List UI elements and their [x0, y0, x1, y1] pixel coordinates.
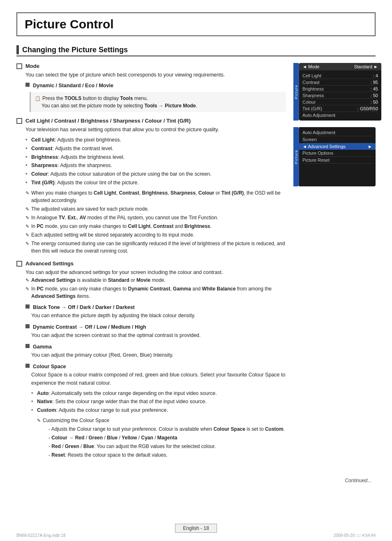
black-tone-desc: You can enhance the picture depth by adj… [31, 311, 286, 320]
cell-light-section: Cell Light / Contrast / Brightness / Sha… [16, 118, 286, 255]
osd2-row-auto: Auto Adjustment [302, 129, 372, 136]
tip-line2: You can also set the picture mode by sel… [42, 102, 282, 109]
gamma-row: Gamma You can adjust the primary colour … [25, 343, 286, 359]
osd1-label-sharpness: Sharpness [302, 93, 324, 98]
section-header: Changing the Picture Settings [16, 45, 376, 56]
customizing-note-text: Customizing the Colour Space [43, 417, 109, 424]
advanced-desc: You can adjust the advanced settings for… [25, 268, 286, 276]
osd1-label-colour: Colour [302, 100, 316, 104]
bullet-colour: Colour: Adjusts the colour saturation of… [25, 170, 286, 178]
note-text1: When you make changes to Cell Light, Con… [31, 189, 286, 204]
black-tone-icon [25, 304, 30, 309]
advanced-checkbox-icon [16, 261, 22, 267]
note-icon1: ✎ [25, 190, 29, 197]
black-tone-title-row: Black Tone → Off / Dark / Darker / Darke… [25, 303, 286, 311]
page: Picture Control Changing the Picture Set… [0, 0, 392, 541]
bullet-tint: Tint (G/R): Adjusts the colour tint of t… [25, 179, 286, 187]
colour-space-title-row: Colour Space [25, 362, 286, 371]
colour-space-row: Colour Space Colour Space is a colour ma… [25, 362, 286, 460]
black-tone-title: Black Tone → Off / Dark / Darker / Darke… [33, 303, 135, 311]
osd1-row-tint: Tint (G/R) : G50/R50 [302, 105, 378, 112]
colour-space-title: Colour Space [33, 362, 66, 371]
osd2-highlight-advanced: ◄ Advanced Settings ► [299, 143, 376, 150]
note2: ✎ The adjusted values are saved for each… [25, 205, 286, 213]
osd1-label-tint: Tint (G/R) [302, 106, 322, 111]
dynamic-contrast-row: Dynamic Contrast → Off / Low / Medium / … [25, 323, 286, 339]
gamma-icon [25, 344, 30, 348]
custom-items: - Adjusts the Colour range to suit your … [48, 425, 286, 460]
osd-panel1-wrapper: Picture ◄ Mode Standard ► Cell Light : 4… [293, 63, 376, 121]
cell-light-checkbox-icon [16, 118, 22, 124]
osd2-highlight-label: ◄ Advanced Settings [302, 144, 346, 149]
osd1-value-colour: : 50 [371, 100, 378, 104]
mode-subsub: Dynamic / Standard / Eco / Movie 📋Press … [25, 81, 286, 112]
mode-body: You can select the type of picture which… [25, 71, 286, 112]
osd1-header-right: Standard ► [354, 64, 378, 69]
osd1-row-contrast: Contrast : 95 [302, 79, 378, 86]
osd1-header: ◄ Mode Standard ► [299, 63, 381, 70]
osd1-label-contrast: Contrast [302, 80, 320, 85]
custom-item4: - Reset: Resets the colour space to the … [48, 451, 286, 459]
cell-light-bullet-list: Cell Light: Adjusts the pixel brightness… [25, 136, 286, 187]
osd1-side-label: Picture [293, 63, 299, 121]
osd1-value-sharpness: : 50 [371, 93, 378, 98]
mode-checkbox-icon [16, 63, 22, 69]
gamma-title: Gamma [33, 343, 52, 351]
osd-panel2: Auto Adjustment Screen ◄ Advanced Settin… [299, 127, 376, 186]
colour-space-bullets: Auto: Automatically sets the colour rang… [31, 390, 286, 414]
continued-text: Continued... [16, 478, 376, 483]
cell-light-body: Your television has several setting opti… [25, 125, 286, 255]
tip-line1: 📋Press the TOOLS button to display Tools… [35, 95, 282, 102]
note-text6: The energy consumed during use can be si… [31, 240, 286, 255]
bullet-cell-light: Cell Light: Adjusts the pixel brightness… [25, 136, 286, 144]
adv-note1: ✎ Advanced Settings is available in Stan… [25, 276, 286, 284]
footer-bar: English - 18 [0, 524, 392, 533]
osd1-row-brightness: Brightness : 45 [302, 86, 378, 92]
osd-panel1: ◄ Mode Standard ► Cell Light : 4 Contras… [299, 63, 381, 121]
custom-item2: - Colour → Red / Green / Blue / Yellow /… [48, 434, 286, 442]
osd2-row-screen: Screen [302, 136, 372, 143]
note-icon3: ✎ [25, 214, 29, 221]
note-icon5: ✎ [25, 232, 29, 239]
dynamic-contrast-title-row: Dynamic Contrast → Off / Low / Medium / … [25, 323, 286, 331]
osd2-bottom-icons [302, 180, 372, 184]
tools-tip-box: 📋Press the TOOLS button to display Tools… [30, 92, 286, 112]
mode-title-row: Mode [16, 63, 286, 69]
side-panels-column: Picture ◄ Mode Standard ► Cell Light : 4… [293, 63, 376, 465]
black-tone-row: Black Tone → Off / Dark / Darker / Darke… [25, 303, 286, 320]
note-icon4: ✎ [25, 223, 29, 230]
colour-space-desc: Colour Space is a colour matrix composed… [31, 371, 286, 387]
content-area: Mode You can select the type of picture … [16, 63, 376, 465]
note4: ✎ In PC mode, you can only make changes … [25, 223, 286, 230]
note-icon2: ✎ [25, 206, 29, 213]
osd2-row-picture-reset: Picture Reset [302, 157, 372, 164]
gamma-title-row: Gamma [25, 343, 286, 351]
osd1-label-brightness: Brightness [302, 86, 324, 91]
osd1-row-colour: Colour : 50 [302, 99, 378, 105]
page-title: Picture Control [25, 17, 114, 31]
osd1-value-contrast: : 95 [371, 80, 378, 85]
custom-item3: - Red / Green / Blue: You can adjust the… [48, 443, 286, 450]
cell-light-desc: Your television has several setting opti… [25, 125, 286, 134]
adv-note-text2: In PC mode, you can only make changes to… [31, 285, 286, 300]
adv-note-icon1: ✎ [25, 277, 29, 284]
gamma-desc: You can adjust the primary colour (Red, … [31, 351, 286, 359]
adv-note-text1: Advanced Settings is available in Standa… [31, 276, 166, 284]
osd1-row-auto: Auto Adjustment [302, 112, 378, 118]
section-title: Changing the Picture Settings [22, 46, 128, 54]
colour-space-icon [25, 364, 30, 368]
bullet-custom: Custom: Adjusts the colour range to suit… [31, 406, 286, 414]
osd1-value-brightness: : 45 [371, 86, 378, 91]
customizing-note: ✎ Customizing the Colour Space - Adjusts… [37, 417, 286, 460]
osd2-row-picture-options: Picture Options [302, 150, 372, 157]
advanced-title-row: Advanced Settings [16, 260, 286, 267]
footer-date: 2009-05-20 □□ 4:54:44 [334, 533, 376, 538]
osd1-value-cell-light: : 4 [373, 73, 378, 78]
cell-light-title-row: Cell Light / Contrast / Brightness / Sha… [16, 118, 286, 124]
note5: ✎ Each adjusted setting will be stored s… [25, 231, 286, 239]
bullet-native: Native: Sets the colour range wider than… [31, 398, 286, 406]
osd1-value-tint: : G50/R50 [357, 106, 378, 111]
osd1-row-cell-light: Cell Light : 4 [302, 72, 378, 79]
section-bar-decoration [16, 45, 19, 54]
note-text4: In PC mode, you can only make changes to… [31, 223, 212, 230]
